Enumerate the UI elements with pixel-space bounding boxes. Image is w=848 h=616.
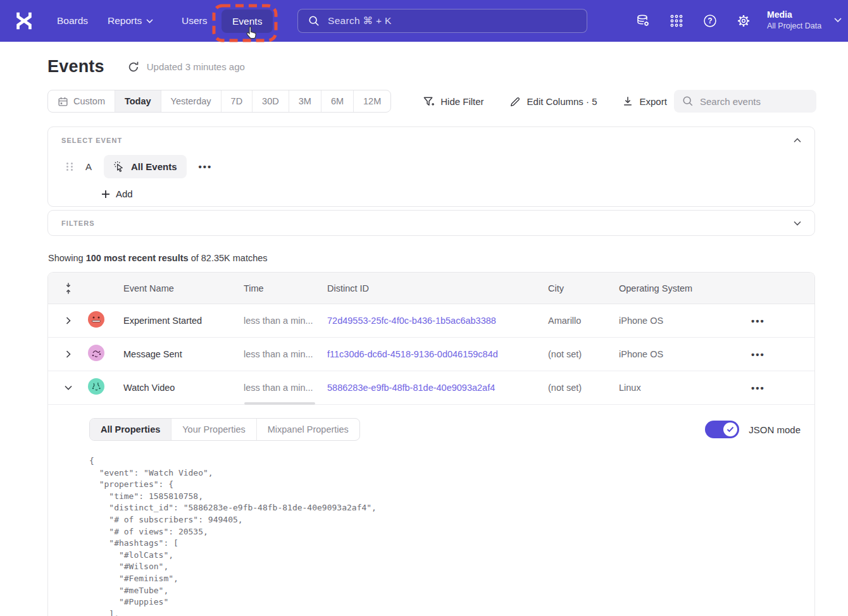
tab-your-properties[interactable]: Your Properties (171, 419, 256, 440)
settings-gear-icon[interactable] (736, 13, 751, 28)
event-selector-label: All Events (131, 161, 177, 172)
date-range-6m[interactable]: 6M (321, 90, 353, 112)
expand-row-button[interactable] (48, 317, 80, 324)
expand-row-button[interactable] (48, 350, 80, 358)
global-search-input[interactable]: Search ⌘ + K (297, 9, 587, 33)
time-cell: less than a min... (236, 349, 320, 359)
chevron-right-icon (66, 350, 71, 358)
date-range-12m[interactable]: 12M (353, 90, 390, 112)
distinct-id-link[interactable]: f11c30d6-dc6d-4518-9136-0d046159c84d (320, 349, 540, 359)
tab-mixpanel-properties[interactable]: Mixpanel Properties (256, 419, 359, 440)
plus-icon (101, 190, 110, 199)
expand-section-button[interactable] (794, 221, 801, 226)
nav-item-events-label: Events (232, 16, 262, 27)
page-title: Events (47, 57, 104, 77)
event-row-more-button[interactable]: ••• (199, 161, 213, 172)
tab-your-properties-label: Your Properties (182, 424, 245, 434)
date-range-7d[interactable]: 7D (221, 90, 253, 112)
project-name: Media (767, 9, 821, 21)
chevron-up-icon (794, 138, 801, 143)
nav-item-reports[interactable]: Reports (108, 0, 153, 42)
data-management-icon[interactable] (635, 13, 651, 28)
search-events-input[interactable]: Search events (674, 90, 816, 113)
edit-columns-label: Edit Columns · 5 (527, 96, 597, 107)
events-table: Event Name Time Distinct ID City Operati… (47, 272, 815, 616)
apps-grid-icon[interactable] (669, 13, 684, 28)
summary-suffix: of 82.35K matches (189, 253, 268, 263)
event-avatar (88, 378, 104, 395)
chevron-down-icon (146, 19, 153, 23)
distinct-id-link[interactable]: 72d49553-25fc-4f0c-b436-1b5ac6ab3388 (320, 316, 540, 326)
nav-item-users[interactable]: Users (182, 0, 207, 42)
city-cell: (not set) (540, 383, 611, 393)
date-range-12m-label: 12M (363, 96, 381, 106)
nav-item-events[interactable]: Events (221, 9, 273, 33)
project-switcher[interactable]: Media All Project Data (767, 9, 821, 32)
select-event-panel: SELECT EVENT A (47, 126, 815, 207)
project-subtitle: All Project Data (767, 21, 821, 32)
city-cell: (not set) (540, 349, 611, 359)
toggle-knob (723, 422, 737, 436)
date-range-3m[interactable]: 3M (289, 90, 321, 112)
filters-title: FILTERS (61, 219, 95, 227)
collapse-row-button[interactable] (48, 385, 80, 390)
calendar-icon (58, 96, 68, 107)
add-event-button[interactable]: Add (101, 188, 133, 199)
time-cell: less than a min... (236, 383, 320, 393)
date-range-yesterday[interactable]: Yesterday (161, 90, 221, 112)
edit-columns-button[interactable]: Edit Columns · 5 (509, 95, 597, 108)
event-selector-chip[interactable]: All Events (104, 155, 187, 178)
horizontal-scrollbar-thumb[interactable] (244, 402, 315, 405)
column-header-distinct-id: Distinct ID (320, 283, 540, 293)
date-range-today[interactable]: Today (115, 90, 161, 112)
collapse-section-button[interactable] (794, 138, 801, 143)
chevron-down-icon (65, 385, 72, 390)
refresh-icon[interactable] (127, 61, 140, 73)
collapse-all-rows-button[interactable] (48, 283, 80, 294)
chevron-down-icon (834, 18, 842, 23)
row-more-button[interactable]: ••• (742, 383, 814, 393)
json-mode-toggle[interactable] (705, 421, 739, 438)
chevron-down-icon (794, 221, 801, 226)
check-icon (726, 426, 734, 433)
date-range-custom[interactable]: Custom (48, 90, 115, 112)
search-icon (308, 15, 320, 27)
last-updated-text: Updated 3 minutes ago (147, 61, 245, 72)
mixpanel-logo-icon[interactable] (14, 10, 34, 32)
distinct-id-link[interactable]: 5886283e-e9fb-48fb-81de-40e9093a2af4 (320, 383, 540, 393)
date-range-custom-label: Custom (73, 96, 105, 106)
nav-item-users-label: Users (182, 15, 207, 27)
date-range-3m-label: 3M (299, 96, 311, 106)
tab-all-properties[interactable]: All Properties (90, 419, 171, 440)
filters-panel: FILTERS (47, 210, 815, 236)
table-row: Experiment Started less than a min... 72… (48, 304, 814, 338)
top-nav: Boards Reports Users Events Search ⌘ + (0, 0, 848, 42)
help-icon[interactable]: ? (702, 13, 718, 28)
date-range-today-label: Today (125, 96, 151, 106)
column-header-os: Operating System (611, 283, 742, 293)
row-more-button[interactable]: ••• (742, 316, 814, 326)
properties-tabs: All Properties Your Properties Mixpanel … (89, 418, 360, 441)
column-header-city: City (540, 283, 611, 293)
table-row-expanded: Watch Video less than a min... 5886283e-… (48, 371, 814, 405)
events-page: Boards Reports Users Events Search ⌘ + (0, 0, 848, 616)
os-cell: iPhone OS (611, 316, 742, 326)
hide-filter-label: Hide Filter (440, 96, 483, 107)
chevron-right-icon (66, 317, 71, 324)
row-more-button[interactable]: ••• (742, 349, 814, 360)
event-avatar (88, 311, 104, 328)
export-button[interactable]: Export (622, 95, 666, 107)
collapse-expand-icon (65, 283, 72, 294)
tab-all-properties-label: All Properties (101, 424, 160, 434)
os-cell: Linux (611, 383, 742, 393)
nav-item-boards[interactable]: Boards (57, 0, 88, 42)
date-range-30d-label: 30D (262, 96, 279, 106)
date-range-30d[interactable]: 30D (252, 90, 289, 112)
svg-text:?: ? (708, 16, 712, 25)
column-header-time: Time (236, 283, 320, 293)
export-label: Export (639, 96, 666, 107)
event-row-letter: A (85, 161, 92, 172)
hide-filter-button[interactable]: Hide Filter (423, 95, 483, 108)
date-range-yesterday-label: Yesterday (171, 96, 211, 106)
drag-handle[interactable] (66, 163, 73, 171)
